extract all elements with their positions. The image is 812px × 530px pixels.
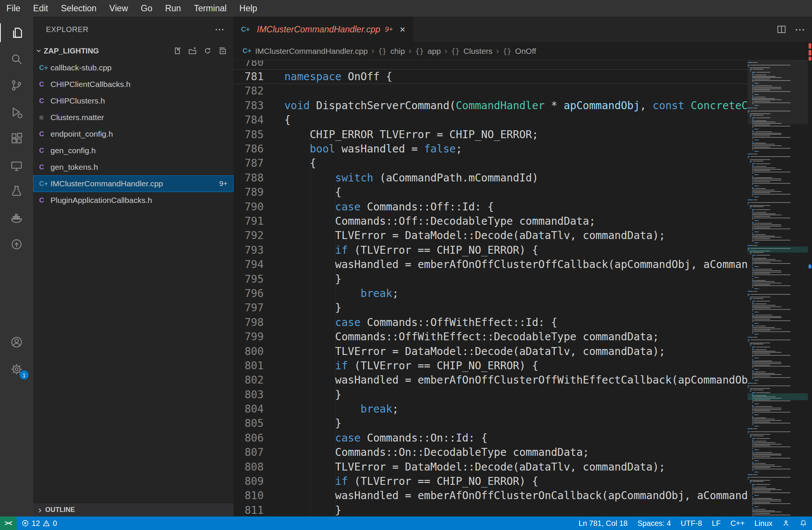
- code-line-796[interactable]: 796 break;: [234, 286, 748, 300]
- code-line-790[interactable]: 790 case Commands::Off::Id: {: [234, 200, 748, 214]
- code-line-793[interactable]: 793 if (TLVError == CHIP_NO_ERROR) {: [234, 243, 748, 257]
- line-number[interactable]: 810: [234, 489, 264, 502]
- file-row[interactable]: C+IMClusterCommandHandler.cpp9+: [33, 175, 234, 192]
- tab-imclustercommandhandler[interactable]: C+ IMClusterCommandHandler.cpp 9+ ×: [234, 17, 413, 42]
- line-number[interactable]: 786: [234, 143, 264, 155]
- breadcrumb-item[interactable]: IMClusterCommandHandler.cpp: [255, 47, 368, 56]
- line-number[interactable]: 785: [234, 128, 264, 141]
- line-number[interactable]: 811: [234, 504, 264, 516]
- line-number[interactable]: 789: [234, 186, 264, 198]
- breadcrumb-item[interactable]: Clusters: [464, 47, 493, 56]
- menu-go[interactable]: Go: [134, 0, 159, 17]
- notifications-bell[interactable]: [795, 516, 812, 530]
- accounts-icon[interactable]: [0, 333, 33, 352]
- line-number[interactable]: 783: [234, 99, 264, 112]
- editor-more-icon[interactable]: ⋯: [795, 23, 805, 36]
- code-line-806[interactable]: 806 case Commands::On::Id: {: [234, 431, 748, 445]
- line-number[interactable]: 801: [234, 359, 264, 372]
- code-line-803[interactable]: 803 }: [234, 387, 748, 402]
- code-line-789[interactable]: 789 {: [234, 185, 748, 200]
- code-line-799[interactable]: 799 Commands::OffWithEffect::DecodableTy…: [234, 329, 748, 344]
- explorer-icon[interactable]: [0, 23, 33, 42]
- line-number[interactable]: 795: [234, 273, 264, 285]
- file-row[interactable]: C+callback-stub.cpp: [33, 59, 234, 76]
- line-number[interactable]: 800: [234, 345, 264, 358]
- menu-selection[interactable]: Selection: [55, 0, 103, 17]
- sidebar-more-icon[interactable]: ⋯: [215, 24, 224, 35]
- code-line-788[interactable]: 788 switch (aCommandPath.mCommandId): [234, 171, 748, 185]
- remote-indicator[interactable]: ><: [0, 516, 17, 530]
- code-line-798[interactable]: 798 case Commands::OffWithEffect::Id: {: [234, 315, 748, 329]
- new-file-icon[interactable]: [173, 47, 182, 55]
- line-number[interactable]: 793: [234, 244, 264, 256]
- code-line-791[interactable]: 791 Commands::Off::DecodableType command…: [234, 214, 748, 228]
- file-row[interactable]: Cgen_tokens.h: [33, 159, 234, 175]
- line-number[interactable]: 780: [234, 60, 264, 69]
- file-row[interactable]: CCHIPClusters.h: [33, 93, 234, 109]
- code-line-792[interactable]: 792 TLVError = DataModel::Decode(aDataTl…: [234, 228, 748, 243]
- code-line-810[interactable]: 810 wasHandled = emberAfOnOffClusterOnCa…: [234, 489, 748, 503]
- menu-help[interactable]: Help: [233, 0, 264, 17]
- line-number[interactable]: 791: [234, 215, 264, 227]
- code-line-795[interactable]: 795 }: [234, 272, 748, 286]
- settings-gear-icon[interactable]: 1: [0, 360, 33, 379]
- code-line-811[interactable]: 811 }: [234, 503, 748, 516]
- testing-icon[interactable]: [0, 181, 33, 200]
- code-line-784[interactable]: 784{: [234, 113, 748, 127]
- language-mode[interactable]: C++: [725, 516, 749, 530]
- extensions-icon[interactable]: [0, 129, 33, 148]
- code-line-809[interactable]: 809 if (TLVError == CHIP_NO_ERROR) {: [234, 474, 748, 488]
- code-line-794[interactable]: 794 wasHandled = emberAfOnOffClusterOffC…: [234, 257, 748, 271]
- line-number[interactable]: 784: [234, 114, 264, 126]
- feedback-icon[interactable]: [777, 516, 795, 530]
- search-icon[interactable]: [0, 50, 33, 69]
- menu-edit[interactable]: Edit: [27, 0, 55, 17]
- eol-sequence[interactable]: LF: [707, 516, 725, 530]
- docker-icon[interactable]: [0, 209, 33, 227]
- menu-run[interactable]: Run: [159, 0, 187, 17]
- indentation[interactable]: Spaces: 4: [632, 516, 676, 530]
- remote-explorer-icon[interactable]: [0, 157, 33, 175]
- line-number[interactable]: 781: [234, 70, 264, 83]
- split-editor-icon[interactable]: [777, 24, 786, 34]
- encoding[interactable]: UTF-8: [676, 516, 707, 530]
- line-number[interactable]: 792: [234, 229, 264, 242]
- line-number[interactable]: 790: [234, 201, 264, 213]
- code-line-804[interactable]: 804 break;: [234, 402, 748, 416]
- file-row[interactable]: CCHIPClientCallbacks.h: [33, 76, 234, 93]
- new-folder-icon[interactable]: [188, 47, 197, 55]
- code-line-780[interactable]: 780: [234, 60, 748, 69]
- line-number[interactable]: 804: [234, 403, 264, 415]
- cursor-position[interactable]: Ln 781, Col 18: [574, 516, 632, 530]
- code-line-797[interactable]: 797 }: [234, 301, 748, 315]
- live-share-icon[interactable]: [0, 235, 33, 254]
- line-number[interactable]: 788: [234, 172, 264, 184]
- code-line-800[interactable]: 800 TLVError = DataModel::Decode(aDataTl…: [234, 344, 748, 358]
- menu-terminal[interactable]: Terminal: [188, 0, 233, 17]
- code-line-807[interactable]: 807 Commands::On::DecodableType commandD…: [234, 445, 748, 460]
- line-number[interactable]: 805: [234, 417, 264, 429]
- line-number[interactable]: 802: [234, 374, 264, 386]
- line-number[interactable]: 787: [234, 157, 264, 169]
- refresh-icon[interactable]: [203, 47, 212, 55]
- breadcrumb-item[interactable]: chip: [391, 47, 405, 56]
- line-number[interactable]: 794: [234, 258, 264, 271]
- line-number[interactable]: 806: [234, 432, 264, 444]
- run-debug-icon[interactable]: [0, 103, 33, 122]
- code-line-805[interactable]: 805 }: [234, 416, 748, 431]
- code-line-783[interactable]: 783void DispatchServerCommand(CommandHan…: [234, 98, 748, 113]
- line-number[interactable]: 797: [234, 302, 264, 314]
- line-number[interactable]: 798: [234, 316, 264, 329]
- code-line-787[interactable]: 787 {: [234, 156, 748, 171]
- code-line-802[interactable]: 802 wasHandled = emberAfOnOffClusterOffW…: [234, 373, 748, 387]
- code-line-786[interactable]: 786 bool wasHandled = false;: [234, 142, 748, 156]
- folder-section-header[interactable]: › ZAP_LIGHTING: [33, 42, 234, 59]
- close-icon[interactable]: ×: [400, 24, 405, 35]
- minimap-slider[interactable]: [748, 60, 808, 124]
- code-line-801[interactable]: 801 if (TLVError == CHIP_NO_ERROR) {: [234, 358, 748, 373]
- line-number[interactable]: 809: [234, 475, 264, 487]
- file-row[interactable]: ≡Clusters.matter: [33, 109, 234, 126]
- minimap[interactable]: [748, 60, 808, 516]
- file-row[interactable]: Cgen_config.h: [33, 142, 234, 159]
- menu-file[interactable]: File: [0, 0, 27, 17]
